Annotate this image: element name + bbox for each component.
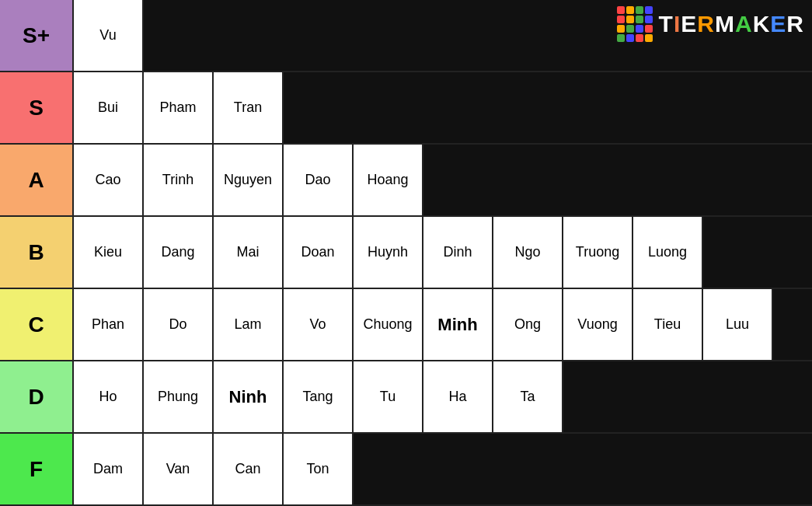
tier-item: Ninh (214, 361, 284, 432)
tier-item: Ngo (493, 217, 563, 288)
logo-text: TierMaker (659, 11, 804, 37)
tier-item: Luu (703, 289, 773, 360)
tier-item: Tieu (633, 289, 703, 360)
tier-row-a: ACaoTrinhNguyenDaoHoang (0, 145, 812, 217)
tier-label-b: B (0, 217, 74, 288)
tier-label-c: C (0, 289, 74, 360)
tier-row-b: BKieuDangMaiDoanHuynhDinhNgoTruongLuong (0, 217, 812, 289)
tier-label-f: F (0, 434, 74, 504)
tier-items-s: BuiPhamTran (74, 72, 812, 143)
tier-item: Truong (563, 217, 633, 288)
tier-row-c: CPhanDoLamVoChuongMinhOngVuongTieuLuu (0, 289, 812, 361)
tier-item: Luong (633, 217, 703, 288)
tier-row-d: DHoPhungNinhTangTuHaTa (0, 361, 812, 434)
tier-item: Dinh (423, 217, 493, 288)
tier-table: TierMaker S+VuSBuiPhamTranACaoTrinhNguye… (0, 0, 812, 506)
tier-item: Mai (214, 217, 284, 288)
tier-item: Vuong (563, 289, 633, 360)
tier-item: Nguyen (214, 145, 284, 215)
tier-item: Vu (74, 0, 144, 71)
tier-item: Dang (144, 217, 214, 288)
tier-label-splus: S+ (0, 0, 74, 71)
tier-item: Bui (74, 72, 144, 143)
tier-label-d: D (0, 361, 74, 432)
tier-empty-space (773, 289, 812, 360)
tier-item: Tran (214, 72, 284, 143)
tier-item: Van (144, 434, 214, 504)
tier-item: Cao (74, 145, 144, 215)
tier-rows-container: S+VuSBuiPhamTranACaoTrinhNguyenDaoHoangB… (0, 0, 812, 506)
tier-items-f: DamVanCanTon (74, 434, 812, 504)
tier-item: Dam (74, 434, 144, 504)
tier-items-b: KieuDangMaiDoanHuynhDinhNgoTruongLuong (74, 217, 812, 288)
tier-item: Lam (214, 289, 284, 360)
tier-item: Ho (74, 361, 144, 432)
tier-empty-space (284, 72, 812, 143)
tier-item: Do (144, 289, 214, 360)
tier-item: Phan (74, 289, 144, 360)
tier-row-s: SBuiPhamTran (0, 72, 812, 145)
tier-item: Dao (284, 145, 354, 215)
tier-items-c: PhanDoLamVoChuongMinhOngVuongTieuLuu (74, 289, 812, 360)
tier-label-a: A (0, 145, 74, 215)
tier-item: Can (214, 434, 284, 504)
tier-item: Ton (284, 434, 354, 504)
tier-empty-space (423, 145, 812, 215)
tier-item: Tang (284, 361, 354, 432)
tier-item: Vo (284, 289, 354, 360)
tier-item: Ta (493, 361, 563, 432)
tier-items-a: CaoTrinhNguyenDaoHoang (74, 145, 812, 215)
tier-empty-space (703, 217, 812, 288)
tier-items-d: HoPhungNinhTangTuHaTa (74, 361, 812, 432)
tier-item: Chuong (354, 289, 423, 360)
tier-empty-space (354, 434, 812, 504)
tier-item: Hoang (354, 145, 423, 215)
logo-area: TierMaker (617, 6, 804, 42)
tier-item: Doan (284, 217, 354, 288)
tier-item: Trinh (144, 145, 214, 215)
tier-item: Tu (354, 361, 423, 432)
tier-item: Minh (423, 289, 493, 360)
tier-item: Phung (144, 361, 214, 432)
tier-row-f: FDamVanCanTon (0, 434, 812, 506)
tier-item: Kieu (74, 217, 144, 288)
tier-item: Huynh (354, 217, 423, 288)
logo-grid-icon (617, 6, 653, 42)
tier-item: Pham (144, 72, 214, 143)
tier-item: Ong (493, 289, 563, 360)
tier-empty-space (563, 361, 812, 432)
tier-label-s: S (0, 72, 74, 143)
tier-item: Ha (423, 361, 493, 432)
